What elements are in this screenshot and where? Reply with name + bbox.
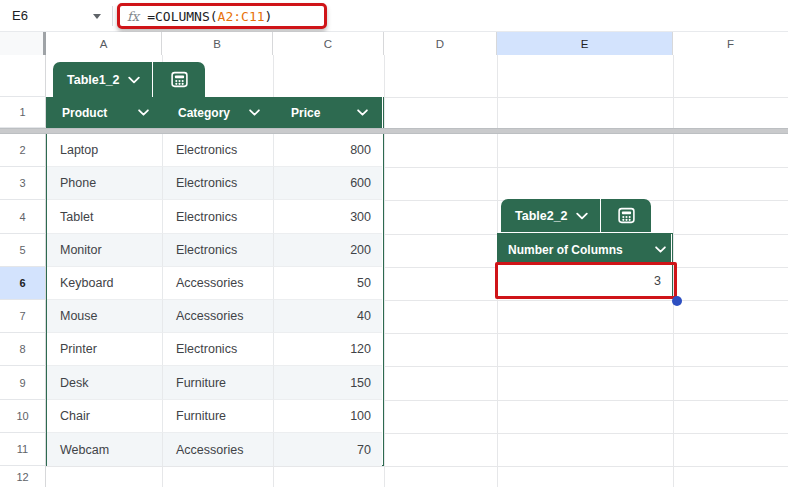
table1-header-product-label: Product (62, 106, 107, 120)
chevron-down-icon[interactable] (357, 109, 368, 116)
column-header-c[interactable]: C (273, 32, 384, 55)
name-box-dropdown-icon[interactable] (93, 14, 101, 19)
table1-name-button[interactable]: Table1_2 (53, 62, 152, 97)
table-row: Keyboard Accessories 50 (47, 267, 382, 300)
row-header-8[interactable]: 8 (0, 333, 46, 366)
cell-b4[interactable]: Electronics (163, 200, 274, 234)
table2-name-button[interactable]: Table2_2 (501, 199, 600, 232)
table-grid-icon (170, 70, 189, 89)
row-header-11[interactable]: 11 (0, 433, 46, 466)
chevron-down-icon[interactable] (576, 212, 588, 220)
cell-c7[interactable]: 40 (274, 300, 382, 333)
table-row: Chair Furniture 100 (47, 400, 382, 433)
fill-handle[interactable] (672, 296, 682, 306)
formula-range-text: A2:C11 (218, 9, 265, 24)
table2-name-label: Table2_2 (515, 209, 568, 223)
table1-header-price-label: Price (291, 106, 320, 120)
spreadsheet-screen: E6 fx =COLUMNS(A2:C11) A B C D E F 1 2 3… (0, 0, 788, 487)
formula-input[interactable]: =COLUMNS(A2:C11) (147, 9, 272, 24)
table2-header-number-of-columns[interactable]: Number of Columns (498, 234, 671, 265)
select-all-corner[interactable] (0, 32, 46, 55)
table-row: Mouse Accessories 40 (47, 300, 382, 333)
cell-c10[interactable]: 100 (274, 400, 382, 433)
cell-b7[interactable]: Accessories (163, 300, 274, 333)
cell-b5[interactable]: Electronics (163, 234, 274, 267)
table1-header-row: Product Category Price (47, 97, 382, 128)
cell-c3[interactable]: 600 (274, 167, 382, 200)
row-header-12[interactable]: 12 (0, 466, 46, 487)
cell-c11[interactable]: 70 (274, 433, 382, 466)
gridline (46, 466, 788, 467)
cell-c8[interactable]: 120 (274, 333, 382, 366)
cell-b10[interactable]: Furniture (163, 400, 274, 433)
chevron-down-icon[interactable] (128, 76, 140, 84)
row-header-6-selected[interactable]: 6 (0, 267, 46, 300)
row-header-3[interactable]: 3 (0, 167, 46, 200)
formula-bar: E6 fx =COLUMNS(A2:C11) (0, 0, 788, 32)
cell-a5[interactable]: Monitor (47, 234, 163, 267)
column-header-e-selected[interactable]: E (497, 32, 673, 55)
table1-menu-button[interactable] (153, 62, 205, 97)
table1-name-chip[interactable]: Table1_2 (53, 62, 205, 97)
cell-a7[interactable]: Mouse (47, 300, 163, 333)
column-header-f[interactable]: F (673, 32, 788, 55)
formula-close-paren: ) (265, 9, 273, 24)
table1-header-product[interactable]: Product (47, 97, 163, 128)
gridline (384, 55, 385, 487)
table-row: Monitor Electronics 200 (47, 234, 382, 267)
row-header-9[interactable]: 9 (0, 366, 46, 400)
cell-c6[interactable]: 50 (274, 267, 382, 300)
cell-annotation-box (495, 262, 677, 299)
table2-name-chip[interactable]: Table2_2 (501, 199, 651, 232)
cell-a6[interactable]: Keyboard (47, 267, 163, 300)
table-grid-icon (617, 206, 636, 225)
column-header-a[interactable]: A (46, 32, 162, 55)
cell-b2[interactable]: Electronics (163, 134, 274, 167)
cell-c5[interactable]: 200 (274, 234, 382, 267)
cell-a9[interactable]: Desk (47, 366, 163, 400)
table-row: Tablet Electronics 300 (47, 200, 382, 234)
table1-header-price[interactable]: Price (274, 97, 382, 128)
cell-b8[interactable]: Electronics (163, 333, 274, 366)
frozen-row-divider[interactable] (0, 128, 788, 134)
formula-annotation-box: fx =COLUMNS(A2:C11) (117, 3, 327, 29)
row-header-1[interactable]: 1 (0, 97, 46, 128)
row-header-10[interactable]: 10 (0, 400, 46, 433)
row-header-2[interactable]: 2 (0, 134, 46, 167)
cell-a8[interactable]: Printer (47, 333, 163, 366)
table-row: Desk Furniture 150 (47, 366, 382, 400)
table2-menu-button[interactable] (601, 199, 651, 232)
table2-header-label: Number of Columns (508, 243, 623, 257)
chevron-down-icon[interactable] (138, 109, 149, 116)
formula-text: =COLUMNS( (147, 9, 217, 24)
cell-a11[interactable]: Webcam (47, 433, 163, 466)
row-header-4[interactable]: 4 (0, 200, 46, 234)
table1-header-category-label: Category (178, 106, 230, 120)
column-header-d[interactable]: D (384, 32, 497, 55)
cell-c2[interactable]: 800 (274, 134, 382, 167)
cell-a2[interactable]: Laptop (47, 134, 163, 167)
row-header-blank[interactable] (0, 55, 46, 97)
cell-b11[interactable]: Accessories (163, 433, 274, 466)
cell-b6[interactable]: Accessories (163, 267, 274, 300)
cell-a3[interactable]: Phone (47, 167, 163, 200)
cell-b3[interactable]: Electronics (163, 167, 274, 200)
cell-a4[interactable]: Tablet (47, 200, 163, 234)
cell-a10[interactable]: Chair (47, 400, 163, 433)
fx-icon: fx (127, 9, 139, 24)
chevron-down-icon[interactable] (655, 246, 666, 253)
cell-c4[interactable]: 300 (274, 200, 382, 234)
table1-name-label: Table1_2 (67, 73, 120, 87)
formula-bar-divider (112, 6, 113, 26)
cell-c9[interactable]: 150 (274, 366, 382, 400)
table-row: Printer Electronics 120 (47, 333, 382, 366)
row-header-7[interactable]: 7 (0, 300, 46, 333)
chevron-down-icon[interactable] (249, 109, 260, 116)
table1-header-category[interactable]: Category (163, 97, 274, 128)
table1: Product Category Price Laptop Electronic… (46, 97, 384, 466)
table-row: Phone Electronics 600 (47, 167, 382, 200)
cell-b9[interactable]: Furniture (163, 366, 274, 400)
cell-reference: E6 (12, 8, 28, 23)
row-header-5[interactable]: 5 (0, 234, 46, 267)
column-header-b[interactable]: B (162, 32, 273, 55)
